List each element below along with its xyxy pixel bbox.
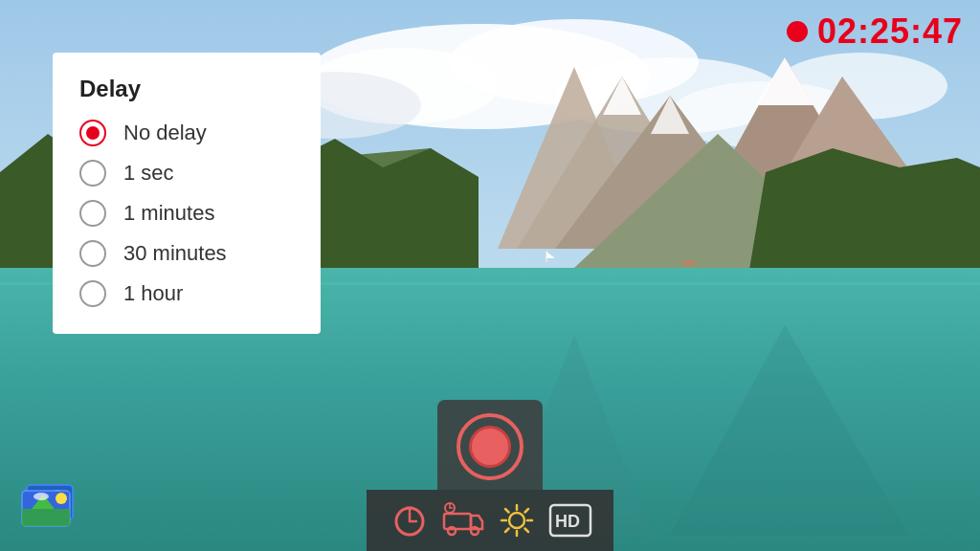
delay-option-1min[interactable]: 1 minutes xyxy=(79,200,286,227)
svg-line-66 xyxy=(525,509,529,513)
radio-30min[interactable] xyxy=(79,240,106,267)
svg-rect-30 xyxy=(48,392,813,394)
timer-icon-button[interactable] xyxy=(384,499,435,541)
delay-option-1sec[interactable]: 1 sec xyxy=(79,160,286,187)
delay-option-30min[interactable]: 30 minutes xyxy=(79,240,286,267)
brightness-icon-button[interactable] xyxy=(491,499,543,541)
record-button-inner xyxy=(469,426,511,468)
delay-label-30min: 30 minutes xyxy=(123,241,227,266)
svg-point-54 xyxy=(448,527,456,535)
radio-no-delay[interactable] xyxy=(79,120,106,146)
radio-1sec[interactable] xyxy=(79,160,106,187)
svg-point-37 xyxy=(681,260,697,266)
delay-panel: Delay No delay 1 sec 1 minutes 30 minute… xyxy=(53,53,321,334)
recording-indicator xyxy=(787,21,808,42)
svg-line-64 xyxy=(505,509,509,513)
gallery-button[interactable] xyxy=(17,477,79,534)
delay-label-no-delay: No delay xyxy=(123,121,207,145)
svg-point-59 xyxy=(509,513,524,528)
svg-point-46 xyxy=(56,493,67,504)
delay-label-1sec: 1 sec xyxy=(123,161,174,186)
radio-inner-no-delay xyxy=(86,126,100,140)
delay-option-1hour[interactable]: 1 hour xyxy=(79,280,286,307)
delay-label-1min: 1 minutes xyxy=(123,201,214,226)
record-button[interactable] xyxy=(457,413,523,480)
delay-panel-title: Delay xyxy=(79,76,286,102)
svg-rect-28 xyxy=(96,340,766,342)
svg-rect-53 xyxy=(444,514,471,529)
bottom-toolbar: HD xyxy=(367,400,613,551)
svg-point-47 xyxy=(33,493,49,500)
sub-toolbar: HD xyxy=(367,490,613,551)
record-button-container xyxy=(437,400,543,490)
timer-display: 02:25:47 xyxy=(787,11,963,52)
svg-rect-44 xyxy=(22,509,70,526)
svg-text:HD: HD xyxy=(555,512,580,531)
radio-1min[interactable] xyxy=(79,200,106,227)
delay-icon-button[interactable] xyxy=(437,499,489,541)
svg-rect-29 xyxy=(0,364,861,365)
svg-line-65 xyxy=(525,529,529,533)
svg-point-55 xyxy=(471,527,479,535)
svg-line-67 xyxy=(505,529,509,533)
hd-icon-button[interactable]: HD xyxy=(545,499,596,541)
radio-1hour[interactable] xyxy=(79,280,106,307)
timer-text: 02:25:47 xyxy=(817,11,963,52)
delay-option-no-delay[interactable]: No delay xyxy=(79,120,286,146)
svg-marker-23 xyxy=(746,148,980,287)
delay-label-1hour: 1 hour xyxy=(123,281,183,306)
